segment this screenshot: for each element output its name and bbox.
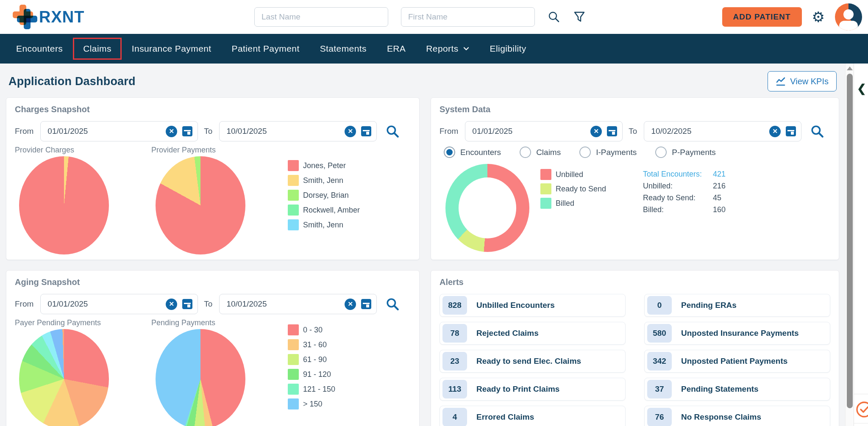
system-from-date-input[interactable]: 01/01/2025 ✕ [465,121,623,141]
system-to-date-input[interactable]: 10/02/2025 ✕ [644,121,801,141]
charges-search-icon[interactable] [385,124,400,138]
calendar-icon[interactable] [786,126,796,136]
calendar-icon[interactable] [607,126,617,136]
alert-unposted-patient-payments[interactable]: 342Unposted Patient Payments [644,350,830,373]
view-kpis-button[interactable]: View KPIs [768,71,837,91]
clear-date-icon[interactable]: ✕ [590,126,602,137]
nav-item-label: Eligibility [490,44,526,54]
legend-item: 0 - 30 [288,324,335,335]
nav-item-patient-payment[interactable]: Patient Payment [222,38,310,60]
to-label: To [629,127,637,136]
nav-item-statements[interactable]: Statements [310,38,377,60]
alert-ready-to-send-elec-claims[interactable]: 23Ready to send Elec. Claims [440,350,626,373]
to-label: To [204,127,212,136]
calendar-icon[interactable] [182,299,192,309]
vertical-scrollbar[interactable] [845,64,854,426]
radio-circle-icon[interactable] [444,147,455,158]
encounters-donut-chart [445,164,529,252]
stat-label: Total Encounters: [643,170,702,179]
alert-errored-claims[interactable]: 4Errored Claims [440,406,626,426]
charges-to-date-input[interactable]: 10/01/2025 ✕ [219,121,377,141]
patient-search-area [254,7,586,27]
radio-circle-icon[interactable] [655,147,667,158]
alert-pending-statements[interactable]: 37Pending Statements [644,378,830,401]
clear-date-icon[interactable]: ✕ [166,299,177,310]
page-head: Application Dashboard View KPIs [6,70,839,97]
add-patient-button[interactable]: ADD PATIENT [722,7,802,27]
charges-from-date-input[interactable]: 01/01/2025 ✕ [40,121,198,141]
top-header: RXNT ADD PATIENT ⚙ [0,0,868,34]
main-nav: EncountersClaimsInsurance PaymentPatient… [0,34,868,64]
alert-unposted-insurance-payments[interactable]: 580Unposted Insurance Payments [644,322,830,345]
alert-rejected-claims[interactable]: 78Rejected Claims [440,322,626,345]
nav-item-era[interactable]: ERA [377,38,416,60]
filter-icon[interactable] [573,11,586,23]
calendar-icon[interactable] [182,126,192,136]
dashboard-content: Application Dashboard View KPIs Charges … [0,64,868,426]
nav-item-eligibility[interactable]: Eligibility [480,38,537,60]
legend-swatch [540,183,551,194]
calendar-icon[interactable] [361,126,371,136]
radio-encounters[interactable]: Encounters [444,147,501,158]
alert-no-response-claims[interactable]: 76No Response Claims [644,406,830,426]
settings-gear-icon[interactable]: ⚙ [812,10,825,24]
right-collapse-rail: ❮ [854,64,868,426]
alert-unbilled-encounters[interactable]: 828Unbilled Encounters [440,294,626,317]
nav-item-claims[interactable]: Claims [73,38,122,60]
page-title: Application Dashboard [8,75,136,88]
clear-date-icon[interactable]: ✕ [345,299,356,310]
calendar-icon[interactable] [361,299,371,309]
providers-legend: Jones, PeterSmith, JennDorsey, BrianRock… [288,146,360,254]
legend-swatch [288,190,299,201]
last-name-input[interactable] [254,7,388,27]
legend-swatch [540,198,551,209]
radio-circle-icon[interactable] [579,147,591,158]
alert-label: Unposted Patient Payments [681,357,787,366]
rxnt-logo[interactable]: RXNT [13,5,110,29]
clear-date-icon[interactable]: ✕ [166,126,177,137]
stat-label: Ready to Send: [643,194,702,202]
legend-item: 121 - 150 [288,384,335,395]
legend-swatch [288,205,299,216]
legend-label: 31 - 60 [303,340,327,349]
legend-swatch [288,369,299,380]
avatar-person-icon [843,9,854,19]
aging-from-date-input[interactable]: 01/01/2025 ✕ [40,294,198,314]
scroll-up-arrow-icon[interactable] [847,66,853,70]
alert-ready-to-print-claims[interactable]: 113Ready to Print Claims [440,378,626,401]
clear-date-icon[interactable]: ✕ [345,126,356,137]
to-label: To [204,299,212,309]
nav-item-insurance-payment[interactable]: Insurance Payment [122,38,222,60]
aging-to-date-input[interactable]: 10/01/2025 ✕ [219,294,377,314]
first-name-input[interactable] [401,7,535,27]
aging-search-icon[interactable] [385,297,400,311]
scrollbar-thumb[interactable] [847,74,853,408]
alert-pending-eras[interactable]: 0Pending ERAs [644,294,830,317]
radio-circle-icon[interactable] [520,147,531,158]
radio-claims[interactable]: Claims [520,147,561,158]
aging-snapshot-card: Aging Snapshot From 01/01/2025 ✕ To 10/0… [6,270,420,426]
legend-swatch [288,384,299,395]
radio-p-payments[interactable]: P-Payments [655,147,715,158]
card-title: Alerts [440,277,830,287]
brand-name: RXNT [39,8,84,26]
card-title: System Data [440,105,830,114]
stat-label: Unbilled: [643,182,702,191]
nav-item-encounters[interactable]: Encounters [6,38,73,60]
radio-i-payments[interactable]: I-Payments [579,147,637,158]
alert-label: No Response Claims [681,412,761,422]
search-icon[interactable] [548,11,560,23]
legend-swatch [288,160,299,171]
clear-date-icon[interactable]: ✕ [769,126,781,137]
collapse-panel-chevron-icon[interactable]: ❮ [857,82,866,95]
legend-label: Ready to Send [556,185,606,194]
system-date-filter: From 01/01/2025 ✕ To 10/02/2025 ✕ [440,121,830,141]
system-search-icon[interactable] [810,124,824,138]
legend-item: 91 - 120 [288,369,335,380]
check-circle-icon[interactable] [855,401,868,418]
nav-item-reports[interactable]: Reports [416,38,479,60]
dashboard-grid: Charges Snapshot From 01/01/2025 ✕ To 10… [6,97,839,426]
user-avatar[interactable] [835,3,862,30]
aging-date-filter: From 01/01/2025 ✕ To 10/01/2025 ✕ [15,294,411,314]
alert-count-badge: 580 [647,324,672,343]
